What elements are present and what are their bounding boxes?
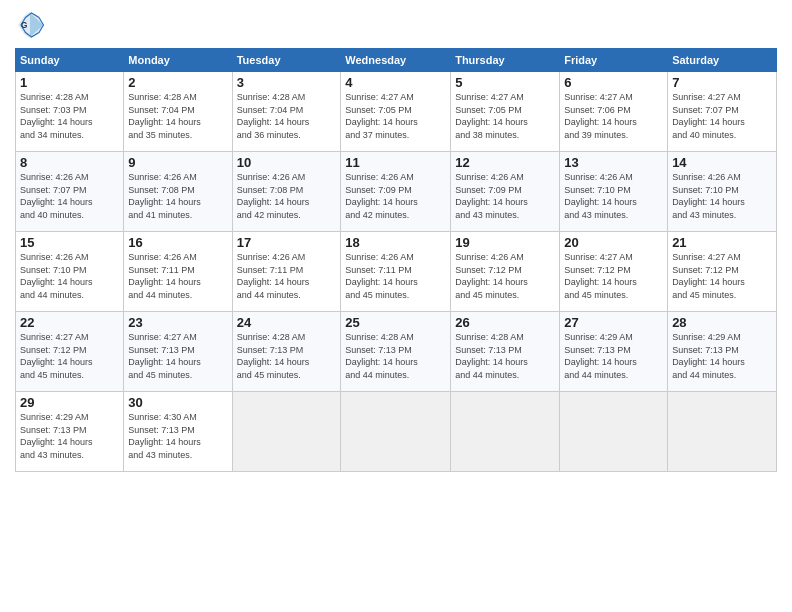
cal-cell: 21Sunrise: 4:27 AMSunset: 7:12 PMDayligh… [668, 232, 777, 312]
day-number: 6 [564, 75, 663, 90]
cal-cell: 6Sunrise: 4:27 AMSunset: 7:06 PMDaylight… [560, 72, 668, 152]
weekday-header-monday: Monday [124, 49, 232, 72]
day-info: Sunrise: 4:26 AMSunset: 7:11 PMDaylight:… [345, 251, 446, 301]
day-info: Sunrise: 4:28 AMSunset: 7:13 PMDaylight:… [345, 331, 446, 381]
day-number: 14 [672, 155, 772, 170]
day-number: 22 [20, 315, 119, 330]
day-info: Sunrise: 4:29 AMSunset: 7:13 PMDaylight:… [564, 331, 663, 381]
cal-cell: 9Sunrise: 4:26 AMSunset: 7:08 PMDaylight… [124, 152, 232, 232]
day-number: 29 [20, 395, 119, 410]
cal-cell: 3Sunrise: 4:28 AMSunset: 7:04 PMDaylight… [232, 72, 341, 152]
day-info: Sunrise: 4:27 AMSunset: 7:12 PMDaylight:… [20, 331, 119, 381]
day-number: 4 [345, 75, 446, 90]
day-info: Sunrise: 4:27 AMSunset: 7:06 PMDaylight:… [564, 91, 663, 141]
day-info: Sunrise: 4:26 AMSunset: 7:08 PMDaylight:… [128, 171, 227, 221]
weekday-header-thursday: Thursday [451, 49, 560, 72]
day-info: Sunrise: 4:26 AMSunset: 7:09 PMDaylight:… [345, 171, 446, 221]
weekday-header-sunday: Sunday [16, 49, 124, 72]
cal-cell: 10Sunrise: 4:26 AMSunset: 7:08 PMDayligh… [232, 152, 341, 232]
day-number: 1 [20, 75, 119, 90]
day-number: 16 [128, 235, 227, 250]
day-number: 26 [455, 315, 555, 330]
day-number: 19 [455, 235, 555, 250]
cal-cell: 17Sunrise: 4:26 AMSunset: 7:11 PMDayligh… [232, 232, 341, 312]
day-number: 10 [237, 155, 337, 170]
cal-cell: 27Sunrise: 4:29 AMSunset: 7:13 PMDayligh… [560, 312, 668, 392]
cal-cell: 26Sunrise: 4:28 AMSunset: 7:13 PMDayligh… [451, 312, 560, 392]
day-info: Sunrise: 4:27 AMSunset: 7:12 PMDaylight:… [672, 251, 772, 301]
calendar: SundayMondayTuesdayWednesdayThursdayFrid… [15, 48, 777, 472]
day-number: 20 [564, 235, 663, 250]
day-info: Sunrise: 4:27 AMSunset: 7:12 PMDaylight:… [564, 251, 663, 301]
cal-cell: 11Sunrise: 4:26 AMSunset: 7:09 PMDayligh… [341, 152, 451, 232]
weekday-header-saturday: Saturday [668, 49, 777, 72]
cal-cell: 18Sunrise: 4:26 AMSunset: 7:11 PMDayligh… [341, 232, 451, 312]
day-number: 5 [455, 75, 555, 90]
day-number: 23 [128, 315, 227, 330]
week-row-1: 1Sunrise: 4:28 AMSunset: 7:03 PMDaylight… [16, 72, 777, 152]
week-row-5: 29Sunrise: 4:29 AMSunset: 7:13 PMDayligh… [16, 392, 777, 472]
cal-cell: 28Sunrise: 4:29 AMSunset: 7:13 PMDayligh… [668, 312, 777, 392]
day-number: 25 [345, 315, 446, 330]
day-info: Sunrise: 4:28 AMSunset: 7:03 PMDaylight:… [20, 91, 119, 141]
day-number: 21 [672, 235, 772, 250]
day-info: Sunrise: 4:26 AMSunset: 7:09 PMDaylight:… [455, 171, 555, 221]
day-number: 11 [345, 155, 446, 170]
cal-cell: 4Sunrise: 4:27 AMSunset: 7:05 PMDaylight… [341, 72, 451, 152]
day-info: Sunrise: 4:27 AMSunset: 7:05 PMDaylight:… [345, 91, 446, 141]
cal-cell: 30Sunrise: 4:30 AMSunset: 7:13 PMDayligh… [124, 392, 232, 472]
day-number: 17 [237, 235, 337, 250]
cal-cell [560, 392, 668, 472]
day-info: Sunrise: 4:26 AMSunset: 7:10 PMDaylight:… [672, 171, 772, 221]
cal-cell: 19Sunrise: 4:26 AMSunset: 7:12 PMDayligh… [451, 232, 560, 312]
cal-cell: 14Sunrise: 4:26 AMSunset: 7:10 PMDayligh… [668, 152, 777, 232]
cal-cell: 5Sunrise: 4:27 AMSunset: 7:05 PMDaylight… [451, 72, 560, 152]
week-row-4: 22Sunrise: 4:27 AMSunset: 7:12 PMDayligh… [16, 312, 777, 392]
cal-cell: 25Sunrise: 4:28 AMSunset: 7:13 PMDayligh… [341, 312, 451, 392]
page: G SundayMondayTuesdayWednesdayThursdayFr… [0, 0, 792, 612]
cal-cell: 22Sunrise: 4:27 AMSunset: 7:12 PMDayligh… [16, 312, 124, 392]
day-info: Sunrise: 4:28 AMSunset: 7:13 PMDaylight:… [237, 331, 337, 381]
day-number: 9 [128, 155, 227, 170]
cal-cell: 20Sunrise: 4:27 AMSunset: 7:12 PMDayligh… [560, 232, 668, 312]
week-row-3: 15Sunrise: 4:26 AMSunset: 7:10 PMDayligh… [16, 232, 777, 312]
cal-cell: 16Sunrise: 4:26 AMSunset: 7:11 PMDayligh… [124, 232, 232, 312]
weekday-header-friday: Friday [560, 49, 668, 72]
day-info: Sunrise: 4:26 AMSunset: 7:08 PMDaylight:… [237, 171, 337, 221]
day-number: 8 [20, 155, 119, 170]
logo: G [15, 10, 49, 40]
svg-text:G: G [21, 21, 27, 30]
day-info: Sunrise: 4:26 AMSunset: 7:10 PMDaylight:… [564, 171, 663, 221]
day-info: Sunrise: 4:28 AMSunset: 7:13 PMDaylight:… [455, 331, 555, 381]
cal-cell: 1Sunrise: 4:28 AMSunset: 7:03 PMDaylight… [16, 72, 124, 152]
cal-cell [451, 392, 560, 472]
day-info: Sunrise: 4:26 AMSunset: 7:11 PMDaylight:… [237, 251, 337, 301]
day-number: 27 [564, 315, 663, 330]
day-info: Sunrise: 4:26 AMSunset: 7:12 PMDaylight:… [455, 251, 555, 301]
day-number: 28 [672, 315, 772, 330]
day-number: 2 [128, 75, 227, 90]
weekday-header-wednesday: Wednesday [341, 49, 451, 72]
cal-cell [668, 392, 777, 472]
cal-cell [341, 392, 451, 472]
day-info: Sunrise: 4:28 AMSunset: 7:04 PMDaylight:… [128, 91, 227, 141]
cal-cell: 13Sunrise: 4:26 AMSunset: 7:10 PMDayligh… [560, 152, 668, 232]
day-number: 30 [128, 395, 227, 410]
day-info: Sunrise: 4:26 AMSunset: 7:07 PMDaylight:… [20, 171, 119, 221]
cal-cell: 15Sunrise: 4:26 AMSunset: 7:10 PMDayligh… [16, 232, 124, 312]
day-info: Sunrise: 4:27 AMSunset: 7:05 PMDaylight:… [455, 91, 555, 141]
header: G [15, 10, 777, 40]
day-info: Sunrise: 4:30 AMSunset: 7:13 PMDaylight:… [128, 411, 227, 461]
day-number: 12 [455, 155, 555, 170]
day-number: 18 [345, 235, 446, 250]
cal-cell [232, 392, 341, 472]
day-number: 7 [672, 75, 772, 90]
cal-cell: 7Sunrise: 4:27 AMSunset: 7:07 PMDaylight… [668, 72, 777, 152]
day-info: Sunrise: 4:27 AMSunset: 7:13 PMDaylight:… [128, 331, 227, 381]
day-info: Sunrise: 4:26 AMSunset: 7:10 PMDaylight:… [20, 251, 119, 301]
cal-cell: 8Sunrise: 4:26 AMSunset: 7:07 PMDaylight… [16, 152, 124, 232]
cal-cell: 23Sunrise: 4:27 AMSunset: 7:13 PMDayligh… [124, 312, 232, 392]
weekday-header-row: SundayMondayTuesdayWednesdayThursdayFrid… [16, 49, 777, 72]
day-number: 3 [237, 75, 337, 90]
day-number: 13 [564, 155, 663, 170]
